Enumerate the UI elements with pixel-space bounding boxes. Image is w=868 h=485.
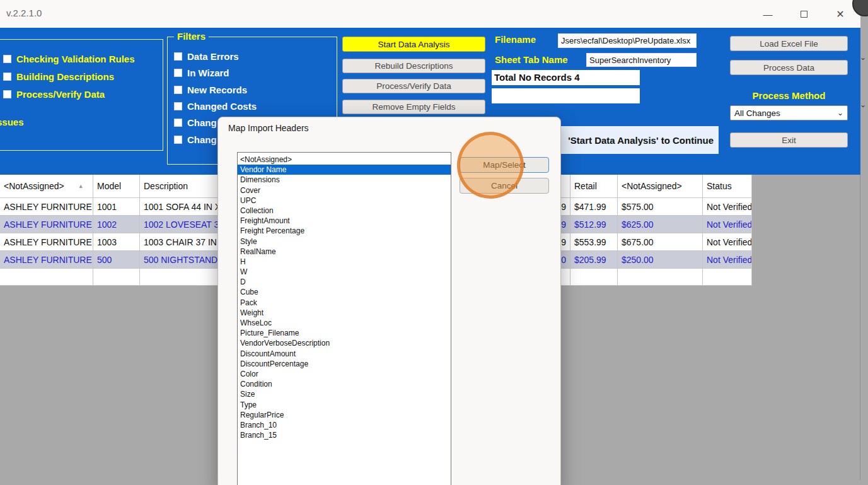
header-list-item[interactable]: Picture_Filename — [238, 328, 451, 338]
process-verify-data-button[interactable]: Process/Verify Data — [342, 79, 485, 93]
header-list-item[interactable]: Condition — [238, 379, 451, 389]
header-list-item[interactable]: Branch_10 — [238, 420, 451, 430]
checkbox-label: In Wizard — [187, 67, 229, 78]
header-list-item[interactable]: <NotAssigned> — [238, 155, 451, 165]
header-list-item[interactable]: Branch_15 — [238, 430, 451, 440]
filter-changed-costs[interactable]: Changed Costs — [174, 101, 257, 112]
table-cell — [570, 269, 618, 286]
header-listbox[interactable]: <NotAssigned>Vendor NameDimensionsCoverU… — [237, 152, 451, 485]
header-list-item[interactable]: Type — [238, 400, 451, 410]
column-header-model[interactable]: Model — [93, 175, 140, 198]
filter-in-wizard[interactable]: In Wizard — [174, 67, 229, 78]
sheet-tab-name-field[interactable]: SuperSearchInventory — [586, 53, 697, 67]
header-list-item[interactable]: RealName — [238, 247, 451, 257]
header-list-item[interactable]: FreightAmount — [238, 216, 451, 226]
table-cell: 1003 — [93, 233, 140, 251]
continue-hint-text: 'Start Data Analysis' to Continue — [568, 135, 714, 146]
start-data-analysis-button[interactable]: Start Data Analysis — [342, 37, 485, 52]
click-annotation-circle — [457, 132, 524, 199]
checkbox-label: Data Errors — [187, 51, 239, 62]
header-list-item[interactable]: Collection — [238, 206, 451, 216]
checkbox-icon — [174, 102, 182, 110]
remove-empty-fields-button[interactable]: Remove Empty Fields — [342, 100, 485, 114]
table-cell: $675.00 — [618, 233, 703, 251]
checkbox-icon — [3, 90, 11, 98]
header-list-item[interactable]: Cube — [238, 287, 451, 297]
header-list-item[interactable]: Pack — [238, 298, 451, 308]
header-list-item[interactable]: RegularPrice — [238, 410, 451, 420]
header-list-item[interactable]: Freight Percentage — [238, 226, 451, 236]
table-cell: ASHLEY FURNITURE — [0, 198, 93, 216]
checkbox-icon — [174, 119, 182, 127]
header-list-item[interactable]: D — [238, 277, 451, 287]
header-list-item[interactable]: Vendor Name — [238, 165, 451, 175]
table-cell — [0, 269, 93, 286]
filter-new-records[interactable]: New Records — [174, 85, 247, 95]
table-cell: ASHLEY FURNITURE — [0, 251, 93, 269]
column-header-notassigned-1[interactable]: <NotAssigned>▲ — [0, 175, 93, 198]
column-header-status[interactable]: Status — [703, 175, 752, 198]
minimize-button[interactable]: ― — [753, 0, 782, 28]
scrollbar-chevron-icon[interactable]: ⌄ — [860, 100, 866, 109]
header-list-item[interactable]: H — [238, 257, 451, 267]
empty-status-box — [492, 88, 640, 103]
process-data-button[interactable]: Process Data — [730, 60, 848, 75]
filter-changed-1[interactable]: Chang — [174, 117, 217, 128]
checkbox-label: Chang — [187, 117, 217, 128]
filter-changed-2[interactable]: Chang — [174, 134, 217, 145]
header-list-item[interactable]: Dimensions — [238, 175, 451, 185]
filename-label: Filename — [495, 34, 536, 45]
header-list-item[interactable]: VendorVerboseDescription — [238, 338, 451, 348]
header-list-item[interactable]: DiscountAmount — [238, 349, 451, 359]
status-groupbox: Checking Validation Rules Building Descr… — [0, 39, 163, 151]
header-list-item[interactable]: Cover — [238, 185, 451, 196]
column-header-notassigned-2[interactable]: <NotAssigned> — [618, 175, 703, 198]
table-cell: $250.00 — [618, 251, 703, 269]
table-cell: ASHLEY FURNITURE — [0, 233, 93, 251]
header-list-item[interactable]: DiscountPercentage — [238, 359, 451, 369]
table-cell: 500 — [93, 251, 140, 269]
scrollbar-chevron-icon[interactable]: ⌄ — [860, 53, 866, 62]
filters-caption: Filters — [174, 31, 209, 42]
table-cell — [93, 269, 140, 286]
table-cell: $512.99 — [570, 216, 618, 233]
sort-ascending-icon: ▲ — [78, 183, 84, 189]
checkbox-icon — [3, 73, 11, 81]
close-button[interactable]: ✕ — [826, 0, 855, 28]
column-header-retail[interactable]: Retail — [570, 175, 618, 198]
checkbox-icon — [174, 52, 182, 61]
process-method-select[interactable]: All Changes ⌄ — [730, 105, 848, 120]
sheet-tab-name-label: Sheet Tab Name — [495, 54, 568, 65]
header-list-item[interactable]: WhseLoc — [238, 318, 451, 328]
process-method-label: Process Method — [730, 90, 848, 101]
header-list-item[interactable]: Size — [238, 389, 451, 399]
maximize-button[interactable] — [789, 0, 818, 28]
header-list-item[interactable]: Color — [238, 369, 451, 379]
checkbox-icon — [174, 86, 182, 94]
header-list-item[interactable]: W — [238, 267, 451, 277]
table-cell: ASHLEY FURNITURE — [0, 216, 93, 233]
process-method-value: All Changes — [734, 108, 780, 118]
checkbox-checking-validation-rules[interactable]: Checking Validation Rules — [3, 54, 135, 64]
issues-label: ssues — [0, 117, 24, 127]
window-title: v.2.2.1.0 — [6, 8, 42, 18]
table-cell: $553.99 — [570, 233, 618, 251]
table-cell: Not Verified — [703, 216, 752, 233]
table-cell: $471.99 — [570, 198, 618, 216]
checkbox-process-verify-data[interactable]: Process/Verify Data — [3, 89, 105, 100]
checkbox-building-descriptions[interactable]: Building Descriptions — [3, 71, 114, 82]
table-cell: Not Verified — [703, 251, 752, 269]
checkbox-label: Building Descriptions — [16, 71, 114, 82]
load-excel-file-button[interactable]: Load Excel File — [730, 36, 848, 51]
checkbox-icon — [3, 55, 11, 63]
table-cell: $625.00 — [618, 216, 703, 233]
checkbox-label: Chang — [187, 134, 217, 145]
filename-field[interactable]: Jsers\ecfal\Desktop\PreUpdate.xlsx — [558, 33, 697, 48]
exit-button[interactable]: Exit — [730, 132, 848, 148]
header-list-item[interactable]: UPC — [238, 196, 451, 206]
header-list-item[interactable]: Style — [238, 237, 451, 247]
header-list-item[interactable]: Weight — [238, 308, 451, 318]
rebuild-descriptions-button[interactable]: Rebuild Descriptions — [342, 59, 485, 73]
filter-data-errors[interactable]: Data Errors — [174, 51, 239, 62]
table-cell: Not Verified — [703, 233, 752, 251]
